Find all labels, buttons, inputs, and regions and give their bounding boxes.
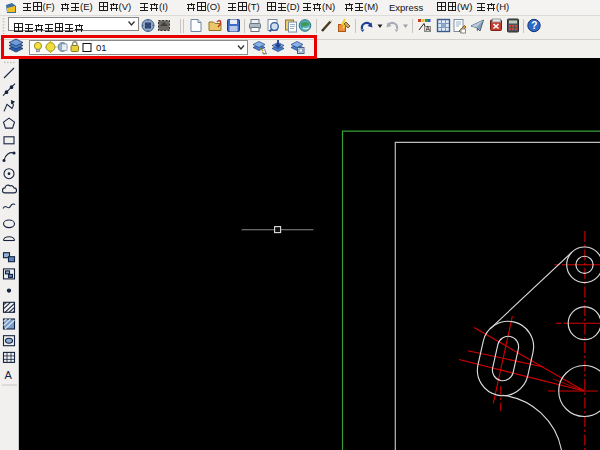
- svg-text:A: A: [426, 25, 431, 32]
- svg-text:?: ?: [531, 20, 537, 31]
- svg-text:A: A: [5, 369, 13, 381]
